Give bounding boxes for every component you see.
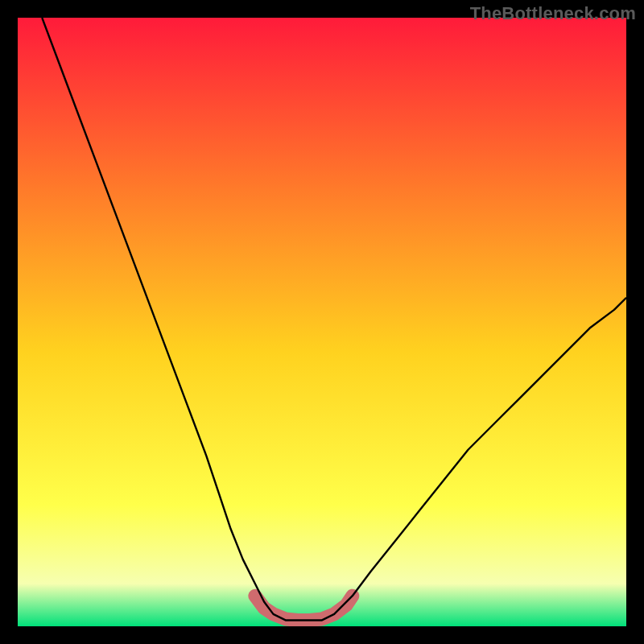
- plot-area: [18, 18, 626, 626]
- watermark-text: TheBottleneck.com: [470, 3, 636, 24]
- chart-svg: [18, 18, 626, 626]
- chart-frame: TheBottleneck.com: [0, 0, 644, 644]
- gradient-bg: [18, 18, 626, 626]
